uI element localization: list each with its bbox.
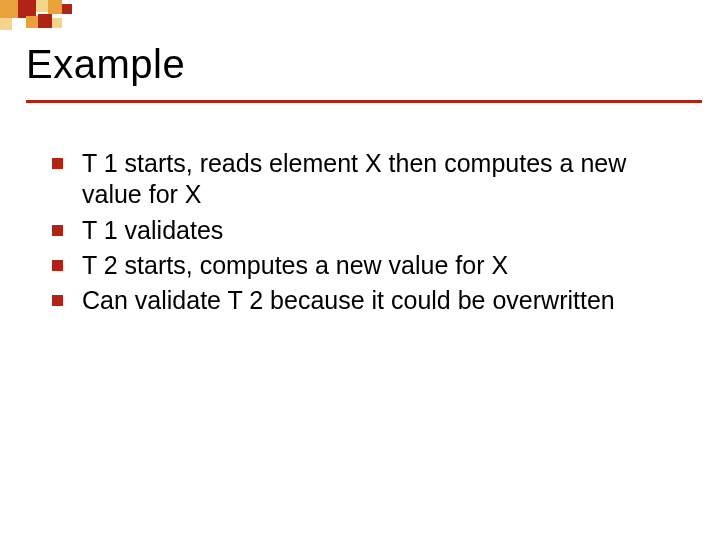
bullet-text: T 1 starts, reads element X then compute… xyxy=(82,149,626,208)
slide-title: Example xyxy=(26,42,694,87)
slide: Example T 1 starts, reads element X then… xyxy=(0,0,720,540)
corner-decoration xyxy=(0,0,130,34)
bullet-text: Can validate T 2 because it could be ove… xyxy=(82,286,615,314)
bullet-list: T 1 starts, reads element X then compute… xyxy=(52,148,680,320)
list-item: T 1 starts, reads element X then compute… xyxy=(52,148,680,211)
bullet-text: T 2 starts, computes a new value for X xyxy=(82,251,508,279)
title-underline xyxy=(26,100,702,103)
list-item: T 2 starts, computes a new value for X xyxy=(52,250,680,281)
title-area: Example xyxy=(26,42,694,87)
list-item: Can validate T 2 because it could be ove… xyxy=(52,285,680,316)
list-item: T 1 validates xyxy=(52,215,680,246)
bullet-text: T 1 validates xyxy=(82,216,223,244)
